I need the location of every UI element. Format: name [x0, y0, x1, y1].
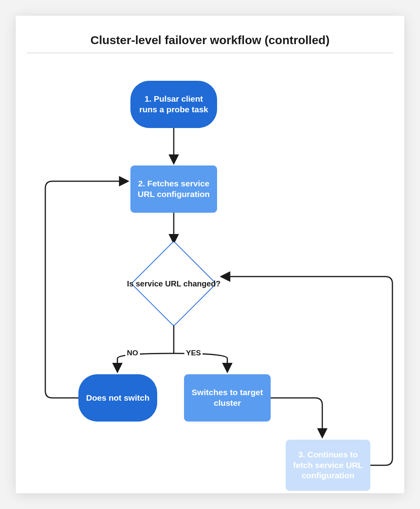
diagram-title: Cluster-level failover workflow (control…: [16, 33, 404, 47]
node-fetch-config: 2. Fetches service URL configuration: [130, 165, 217, 213]
node-probe-task: 1. Pulsar client runs a probe task: [130, 81, 217, 128]
node-label: 1. Pulsar client runs a probe task: [138, 94, 210, 115]
node-continue-fetch: 3. Continues to fetch service URL config…: [286, 440, 370, 491]
node-label: Switches to target cluster: [191, 387, 264, 409]
decision-url-changed: Is service URL changed?: [126, 245, 221, 322]
edge-label-no: NO: [125, 349, 140, 357]
title-divider: [27, 53, 393, 53]
decision-label: Is service URL changed?: [126, 279, 221, 289]
diagram-canvas: Cluster-level failover workflow (control…: [16, 16, 404, 493]
node-label: 2. Fetches service URL configuration: [138, 178, 210, 200]
node-label: Does not switch: [86, 393, 149, 403]
node-label: 3. Continues to fetch service URL config…: [293, 450, 363, 481]
node-switch-target: Switches to target cluster: [184, 374, 271, 422]
edge-label-yes: YES: [184, 349, 203, 357]
node-no-switch: Does not switch: [78, 374, 157, 422]
